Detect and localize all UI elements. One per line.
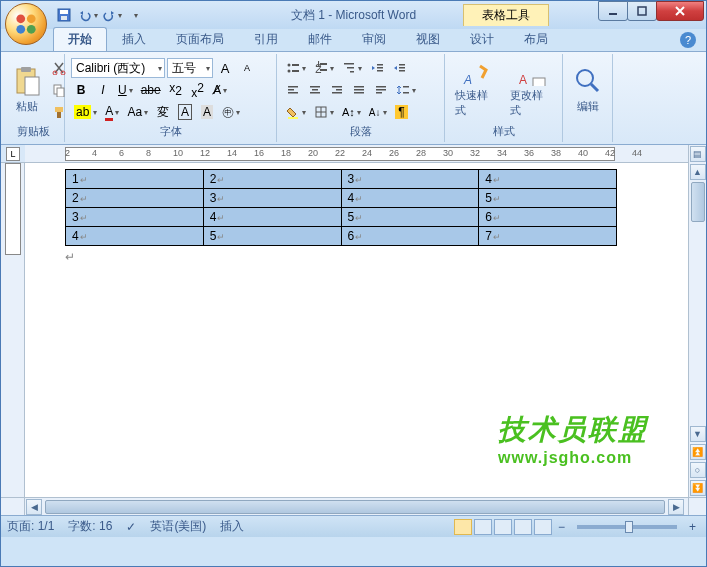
bullets-button[interactable] [283,58,309,78]
highlight-button[interactable]: ab [71,102,100,122]
view-print-layout[interactable] [454,519,472,535]
table-row[interactable]: 1234 [66,170,617,189]
shading-button[interactable] [283,102,309,122]
prev-page-button[interactable]: ⏫ [690,444,706,460]
enclose-button[interactable]: ㊥ [219,102,243,122]
status-language[interactable]: 英语(美国) [150,518,206,535]
zoom-out-button[interactable]: − [554,520,569,534]
view-web-layout[interactable] [494,519,512,535]
tab-view[interactable]: 视图 [401,27,455,51]
status-words[interactable]: 字数: 16 [68,518,112,535]
view-outline[interactable] [514,519,532,535]
vertical-ruler[interactable] [1,163,25,497]
superscript-button[interactable]: x2 [188,80,208,100]
text-direction-button[interactable]: A↕ [339,102,364,122]
status-proof-icon[interactable]: ✓ [126,520,136,534]
tab-review[interactable]: 审阅 [347,27,401,51]
hscroll-thumb[interactable] [45,500,665,514]
tab-page-layout[interactable]: 页面布局 [161,27,239,51]
table-cell[interactable]: 6 [479,208,617,227]
minimize-button[interactable] [598,1,628,21]
paste-button[interactable]: 粘贴 [7,56,47,122]
table-cell[interactable]: 4 [479,170,617,189]
font-name-combo[interactable]: Calibri (西文) [71,58,165,78]
browse-object-button[interactable]: ○ [690,462,706,478]
view-draft[interactable] [534,519,552,535]
table-cell[interactable]: 2 [66,189,204,208]
change-case-button[interactable]: Aa [124,102,151,122]
shrink-font-button[interactable]: A [237,58,257,78]
table-cell[interactable]: 3 [203,189,341,208]
decrease-indent-button[interactable] [367,58,387,78]
table-cell[interactable]: 3 [66,208,204,227]
change-styles-button[interactable]: A 更改样式 [504,56,559,122]
tab-references[interactable]: 引用 [239,27,293,51]
tab-selector[interactable]: L [6,147,20,161]
font-size-combo[interactable]: 五号 [167,58,213,78]
strikethrough-button[interactable]: abe [138,80,164,100]
view-full-screen[interactable] [474,519,492,535]
char-shading-button[interactable]: A [197,102,217,122]
zoom-in-button[interactable]: + [685,520,700,534]
underline-button[interactable]: U [115,80,136,100]
numbering-button[interactable]: 12 [311,58,337,78]
zoom-slider[interactable] [577,525,677,529]
table-row[interactable]: 3456 [66,208,617,227]
table-cell[interactable]: 2 [203,170,341,189]
tab-insert[interactable]: 插入 [107,27,161,51]
qat-redo-button[interactable] [101,4,123,26]
align-right-button[interactable] [327,80,347,100]
table-cell[interactable]: 4 [341,189,479,208]
distribute-button[interactable] [371,80,391,100]
table-cell[interactable]: 6 [341,227,479,246]
increase-indent-button[interactable] [389,58,409,78]
status-mode[interactable]: 插入 [220,518,244,535]
editing-button[interactable]: 编辑 [567,56,608,122]
sort-button[interactable]: A↓ [366,102,390,122]
line-spacing-button[interactable] [393,80,419,100]
scroll-down-button[interactable]: ▼ [690,426,706,442]
font-color-button[interactable]: A [102,102,122,122]
ruler-toggle[interactable]: ▤ [690,146,706,162]
italic-button[interactable]: I [93,80,113,100]
office-button[interactable] [5,3,47,45]
scroll-right-button[interactable]: ▶ [668,499,684,515]
justify-button[interactable] [349,80,369,100]
zoom-thumb[interactable] [625,521,633,533]
table-cell[interactable]: 5 [479,189,617,208]
scroll-left-button[interactable]: ◀ [26,499,42,515]
table-cell[interactable]: 5 [203,227,341,246]
align-center-button[interactable] [305,80,325,100]
qat-save-button[interactable] [53,4,75,26]
document-area[interactable]: 1234 2345 3456 4567 ↵ 技术员联盟 www.jsgho.co… [25,163,688,497]
horizontal-ruler[interactable]: 2468101214161820222426283032343638404244 [25,145,688,163]
show-marks-button[interactable]: ¶ [392,102,412,122]
next-page-button[interactable]: ⏬ [690,480,706,496]
maximize-button[interactable] [627,1,657,21]
table-cell[interactable]: 5 [341,208,479,227]
clear-formatting-button[interactable]: A̸ [210,80,230,100]
table-cell[interactable]: 1 [66,170,204,189]
grow-font-button[interactable]: A [215,58,235,78]
table-cell[interactable]: 4 [66,227,204,246]
tab-layout[interactable]: 布局 [509,27,563,51]
help-button[interactable]: ? [680,32,696,48]
phonetic-button[interactable]: 変 [153,102,173,122]
quick-styles-button[interactable]: A 快速样式 [449,56,504,122]
vertical-scrollbar[interactable]: ▤ ▲ ▼ ⏫ ○ ⏬ [688,145,706,497]
status-page[interactable]: 页面: 1/1 [7,518,54,535]
table-cell[interactable]: 4 [203,208,341,227]
char-border-button[interactable]: A [175,102,195,122]
align-left-button[interactable] [283,80,303,100]
qat-undo-button[interactable] [77,4,99,26]
qat-customize-button[interactable]: ▾ [125,4,147,26]
table-row[interactable]: 4567 [66,227,617,246]
borders-button[interactable] [311,102,337,122]
tab-home[interactable]: 开始 [53,27,107,51]
tab-design[interactable]: 设计 [455,27,509,51]
table-cell[interactable]: 7 [479,227,617,246]
multilevel-button[interactable] [339,58,365,78]
document-table[interactable]: 1234 2345 3456 4567 [65,169,617,246]
close-button[interactable] [656,1,704,21]
table-cell[interactable]: 3 [341,170,479,189]
